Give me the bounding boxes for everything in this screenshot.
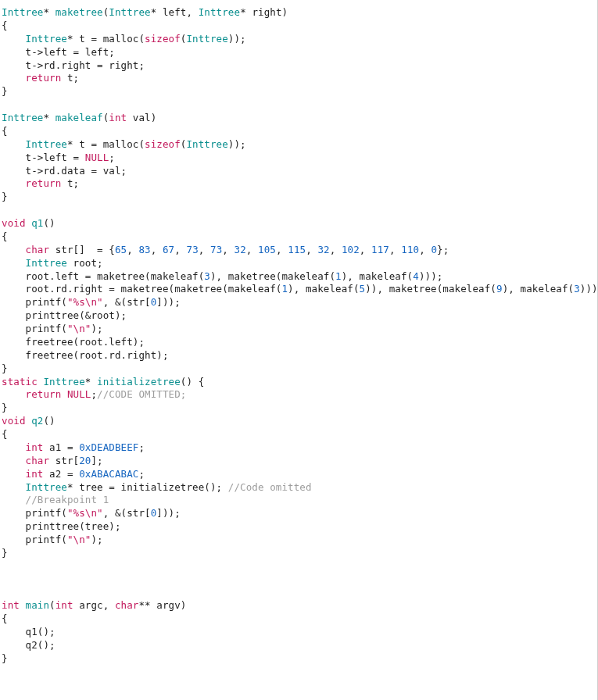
text: argc, (73, 599, 115, 611)
text: , (389, 244, 401, 255)
text: , (419, 244, 431, 255)
keyword: int (2, 599, 20, 611)
text: ; (138, 468, 145, 480)
number: 9 (496, 283, 503, 295)
text: ), makeleaf( (288, 283, 360, 295)
text: ; (138, 441, 145, 453)
keyword: sizeof (145, 138, 181, 150)
text: q1(); (26, 626, 56, 638)
indent (2, 309, 26, 321)
text: t->left = left; (26, 46, 115, 58)
text: )); (228, 138, 246, 150)
text: str[] = { (49, 244, 115, 255)
number: 83 (138, 244, 150, 255)
number: 32 (235, 244, 246, 255)
text: , (330, 244, 342, 255)
text: printtree(tree); (26, 520, 121, 532)
text: , (127, 244, 138, 255)
text: ; (91, 388, 97, 400)
number: 1 (281, 283, 288, 295)
text: , (151, 244, 163, 255)
function-name: q2 (31, 415, 43, 427)
indent (2, 626, 26, 638)
text: root; (67, 257, 103, 269)
text: ))); (419, 270, 443, 282)
number: 3 (574, 283, 580, 295)
indent (2, 639, 26, 651)
number: 67 (163, 244, 174, 255)
text: a1 = (43, 441, 79, 453)
text: ))); (580, 283, 598, 295)
comment: //CODE OMITTED; (97, 388, 186, 400)
number: 3 (204, 270, 210, 282)
keyword: void (2, 217, 26, 229)
comment: //Breakpoint 1 (26, 494, 109, 505)
keyword: return (26, 388, 62, 400)
text: t->rd.data = val; (26, 165, 127, 177)
text: printf( (26, 323, 67, 334)
text: printf( (26, 296, 67, 308)
string: "%s\n" (67, 296, 103, 308)
type: Inttree (199, 6, 240, 18)
text: , &(str[ (103, 507, 151, 519)
string: "\n" (67, 323, 91, 334)
indent (2, 33, 26, 45)
indent (2, 349, 26, 361)
text: t->rd.right = right; (26, 59, 145, 71)
text: * right) (240, 6, 288, 18)
text: a2 = (43, 468, 79, 480)
number: 117 (371, 244, 389, 255)
text: , (222, 244, 234, 255)
text: ( (49, 599, 56, 611)
indent (2, 244, 26, 255)
brace: } (2, 85, 8, 97)
number: 4 (413, 270, 419, 282)
text: ); (91, 534, 102, 545)
number: 73 (210, 244, 222, 255)
text: root.left = maketree(makeleaf( (26, 270, 205, 282)
brace: { (2, 612, 8, 624)
keyword: void (2, 415, 26, 427)
indent (2, 270, 26, 282)
text: * (43, 112, 49, 123)
indent (2, 283, 26, 295)
indent (2, 507, 26, 519)
indent (2, 46, 26, 58)
text: )), maketree(makeleaf( (365, 283, 496, 295)
indent (2, 138, 26, 150)
keyword: char (115, 599, 139, 611)
type: Inttree (186, 138, 227, 150)
text: () (43, 217, 55, 229)
brace: } (2, 547, 8, 559)
brace: } (2, 402, 8, 413)
number: 20 (79, 455, 91, 466)
indent (2, 59, 26, 71)
text: ), maketree(makeleaf( (210, 270, 335, 282)
text: printf( (26, 534, 67, 545)
text: root.rd.right = maketree(maketree(makele… (26, 283, 282, 295)
comment: //Code omitted (228, 481, 312, 493)
code-block: Inttree* maketree(Inttree* left, Inttree… (0, 6, 597, 666)
function-name: main (26, 599, 50, 611)
number: 65 (115, 244, 127, 255)
text: , (246, 244, 258, 255)
text: printf( (26, 507, 67, 519)
function-name: q1 (31, 217, 43, 229)
brace: { (2, 230, 8, 242)
number: 32 (317, 244, 329, 255)
text: * left, (151, 6, 199, 18)
indent (2, 455, 26, 466)
indent (2, 520, 26, 532)
text: ])); (156, 296, 181, 308)
brace: } (2, 362, 8, 374)
keyword: NULL (67, 388, 91, 400)
text: ** argv) (138, 599, 186, 611)
indent (2, 323, 26, 334)
text: , (276, 244, 288, 255)
type: Inttree (109, 6, 150, 18)
keyword: return (26, 72, 62, 84)
number: 110 (401, 244, 419, 255)
text: , (174, 244, 186, 255)
indent (2, 152, 26, 163)
text: ), makeleaf( (342, 270, 414, 282)
